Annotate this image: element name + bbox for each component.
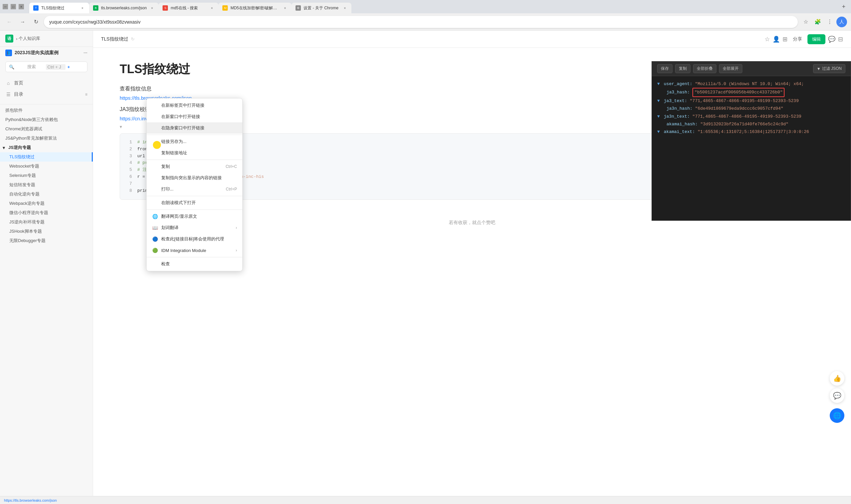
ctx-inspect-label: 检查 — [161, 261, 170, 267]
dict-icon: 📖 — [152, 225, 158, 231]
ctx-divider-1 — [147, 134, 242, 135]
ctx-copy-label: 复制 — [161, 164, 170, 169]
ctx-copy-shortcut: Ctrl+C — [226, 164, 237, 169]
ctx-dict-arrow: › — [236, 226, 237, 230]
ctx-print[interactable]: 打印... Ctrl+P — [147, 183, 242, 195]
ctx-dict-label: 划词翻译 — [161, 225, 179, 231]
copy-clean-icon — [152, 175, 158, 181]
check-proxy-icon: 🔵 — [152, 236, 158, 242]
ctx-reader-label: 在朗读模式下打开 — [161, 200, 196, 206]
ctx-idm-arrow: › — [236, 248, 237, 253]
ctx-divider-4 — [147, 210, 242, 210]
ctx-idm-label: IDM Integration Module — [161, 248, 206, 253]
ctx-translate-label: 翻译网页/显示原文 — [161, 213, 197, 219]
translate-icon: 🌐 — [152, 213, 158, 219]
ctx-save-link[interactable]: 链接另存为... — [147, 136, 242, 147]
context-menu-overlay[interactable]: 在新标签页中打开链接 在新窗口中打开链接 在隐身窗口中打开链接 链接另存为... — [0, 31, 851, 496]
ctx-print-shortcut: Ctrl+P — [226, 187, 237, 192]
ctx-divider-2 — [147, 160, 242, 160]
ctx-inspect[interactable]: 检查 — [147, 258, 242, 270]
ctx-reader[interactable]: 在朗读模式下打开 — [147, 197, 242, 209]
ctx-copy-link[interactable]: 复制链接地址 — [147, 147, 242, 159]
ctx-print-label: 打印... — [161, 186, 174, 192]
main-layout: 语 › 个人知识库 📘 2023JS逆向实战案例 ··· 🔍 搜索 Ctrl +… — [0, 31, 851, 496]
reader-icon — [152, 200, 158, 206]
ctx-check-proxy[interactable]: 🔵 检查此[链接目标]将会使用的代理 — [147, 233, 242, 245]
ctx-copy[interactable]: 复制 Ctrl+C — [147, 161, 242, 172]
ctx-incognito[interactable]: 在隐身窗口中打开链接 — [147, 122, 242, 134]
inspect-icon — [152, 261, 158, 267]
browser-frame: ─ □ × T TLS指纹绕过 × B tls.browserleaks.com… — [0, 0, 851, 504]
ctx-copy-clean[interactable]: 复制指向突出显示的内容的链接 — [147, 172, 242, 183]
ctx-new-tab[interactable]: 在新标签页中打开链接 — [147, 100, 242, 111]
ctx-idm[interactable]: 🟢 IDM Integration Module › — [147, 245, 242, 256]
ctx-new-tab-label: 在新标签页中打开链接 — [161, 102, 204, 108]
copy-link-icon — [152, 150, 158, 156]
idm-icon: 🟢 — [152, 247, 158, 253]
ctx-new-window[interactable]: 在新窗口中打开链接 — [147, 111, 242, 122]
ctx-save-link-label: 链接另存为... — [161, 139, 186, 145]
ctx-copy-clean-label: 复制指向突出显示的内容的链接 — [161, 175, 222, 181]
ctx-divider-3 — [147, 196, 242, 196]
context-menu: 在新标签页中打开链接 在新窗口中打开链接 在隐身窗口中打开链接 链接另存为... — [146, 98, 243, 271]
ctx-copy-link-label: 复制链接地址 — [161, 150, 187, 156]
cursor-dot — [153, 141, 161, 149]
ctx-check-proxy-label: 检查此[链接目标]将会使用的代理 — [161, 236, 224, 242]
ctx-incognito-label: 在隐身窗口中打开链接 — [161, 125, 204, 131]
print-icon — [152, 186, 158, 192]
copy-icon — [152, 164, 158, 169]
ctx-dict[interactable]: 📖 划词翻译 › — [147, 222, 242, 233]
ctx-new-window-label: 在新窗口中打开链接 — [161, 114, 200, 120]
ctx-divider-5 — [147, 257, 242, 257]
new-window-icon — [152, 114, 158, 120]
new-tab-icon — [152, 102, 158, 108]
incognito-icon — [152, 125, 158, 131]
ctx-translate[interactable]: 🌐 翻译网页/显示原文 — [147, 211, 242, 222]
